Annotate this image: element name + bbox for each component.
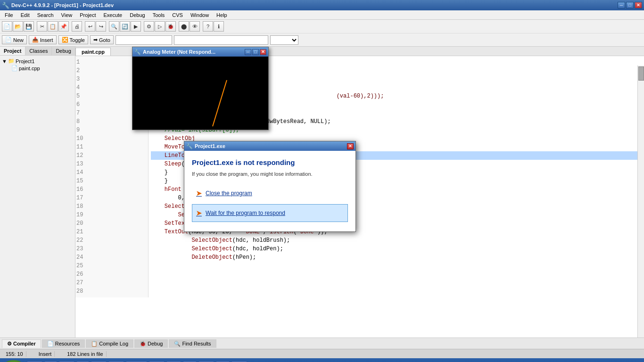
analog-window-icon: 🔧 (134, 49, 141, 55)
dialog-close-button[interactable]: ✕ (347, 143, 354, 149)
menu-search[interactable]: Search (33, 11, 58, 19)
menu-project[interactable]: Project (76, 11, 99, 19)
goto-icon: ➡ (93, 37, 98, 43)
tb-debug-btn[interactable]: 🐞 (165, 21, 176, 32)
file-icon: 📄 (11, 65, 18, 71)
resources-label: Resources (55, 341, 80, 346)
menu-file[interactable]: File (1, 11, 17, 19)
tb-copy[interactable]: 📋 (48, 21, 58, 32)
class-combo[interactable] (116, 35, 172, 45)
menu-debug[interactable]: Debug (126, 11, 149, 19)
bottom-tab-resources[interactable]: 📄 Resources (42, 339, 85, 348)
tree-file-paint[interactable]: 📄 paint.cpp (11, 65, 73, 72)
close-arrow-icon: ➤ (196, 189, 202, 197)
editor-tab-paint[interactable]: paint.cpp (75, 48, 111, 56)
find-results-icon: 🔍 (174, 341, 181, 347)
member-combo[interactable] (174, 35, 268, 45)
tb-new-file[interactable]: 📄 (2, 21, 12, 32)
panel-tabs: Project Classes Debug (0, 47, 75, 56)
menu-execute[interactable]: Execute (99, 11, 126, 19)
minimize-button[interactable]: ─ (618, 2, 625, 8)
svg-line-0 (213, 80, 227, 126)
status-bar: 155: 10 Insert 182 Lines in file (0, 349, 644, 358)
code-line: DeleteObject(hPen); (151, 253, 642, 262)
tree-root[interactable]: ▼ 📁 Project1 (2, 58, 73, 65)
expand-icon: ▼ (2, 58, 7, 64)
menu-tools[interactable]: Tools (149, 11, 169, 19)
tab-classes[interactable]: Classes (25, 47, 52, 55)
scope-dropdown[interactable] (270, 35, 298, 45)
close-program-option[interactable]: ➤ Close the program (192, 184, 348, 202)
close-button[interactable]: ✕ (635, 2, 642, 8)
dialog-subtitle: If you close the program, you might lose… (192, 171, 348, 177)
tb-watch[interactable]: 👁 (190, 21, 200, 32)
meter-display (132, 57, 268, 130)
tb-help2[interactable]: ? (203, 21, 213, 32)
tb-compile[interactable]: ⚙ (144, 21, 154, 32)
analog-titlebar: 🔧 Analog Meter (Not Respond... ─ □ ✕ (132, 47, 268, 57)
menu-help[interactable]: Help (213, 11, 231, 19)
toolbar-row1: 📄 📂 💾 ✂ 📋 📌 🖨 ↩ ↪ 🔍 🔄 ▶ ⚙ ▷ 🐞 ⬤ 👁 ? ℹ (0, 20, 644, 33)
analog-meter-window: 🔧 Analog Meter (Not Respond... ─ □ ✕ (132, 47, 269, 130)
tb-cut[interactable]: ✂ (37, 21, 47, 32)
vertical-scrollbar[interactable] (637, 66, 644, 337)
bottom-tab-find-results[interactable]: 🔍 Find Results (169, 339, 216, 348)
tb-replace[interactable]: 🔄 (120, 21, 130, 32)
analog-maximize[interactable]: □ (252, 49, 259, 55)
title-bar-text: 🔧 Dev-C++ 4.9.9.2 - [Project1] - Project… (2, 2, 114, 9)
dialog-heading: Project1.exe is not responding (192, 158, 348, 166)
taskbar: ⊞ 🌐 ▶ 📁 ▶ 🔵 🔢 DEV ☕ ⬛ W 🦊 ▦ 🎨 📶 🔊 (0, 358, 644, 362)
tb-breakpoint[interactable]: ⬤ (179, 21, 189, 32)
folder-icon: 📁 (8, 58, 15, 64)
menu-window[interactable]: Window (187, 11, 213, 19)
debug-tab-label: Debug (148, 341, 163, 346)
compile-log-label: Compile Log (99, 341, 128, 346)
maximize-button[interactable]: □ (626, 2, 634, 8)
goto-button[interactable]: ➡ Goto (90, 35, 114, 44)
start-button[interactable]: ⊞ (2, 360, 25, 362)
dialog-icon: 🔧 (186, 143, 193, 149)
tb-info[interactable]: ℹ (214, 21, 224, 32)
tb-paste[interactable]: 📌 (58, 21, 69, 32)
resources-icon: 📄 (47, 341, 54, 347)
dialog-title-text: Project1.exe (195, 143, 225, 149)
tb-run[interactable]: ▷ (155, 21, 165, 32)
dialog-body: Project1.exe is not responding If you cl… (184, 151, 355, 231)
analog-window-title: Analog Meter (Not Respond... (143, 49, 215, 55)
tb-redo[interactable]: ↪ (96, 21, 106, 32)
tab-project[interactable]: Project (0, 47, 25, 55)
menu-view[interactable]: View (58, 11, 76, 19)
bottom-tab-debug[interactable]: 🐞 Debug (134, 339, 168, 348)
project-root-label: Project1 (16, 58, 34, 64)
tb-save[interactable]: 💾 (24, 21, 34, 32)
file-label: paint.cpp (19, 66, 40, 71)
analog-minimize[interactable]: ─ (245, 49, 251, 55)
analog-close[interactable]: ✕ (260, 49, 266, 55)
bottom-tab-compiler[interactable]: ⚙ Compiler (2, 339, 41, 348)
toggle-button[interactable]: 🔀 Toggle (58, 35, 88, 44)
tb-open[interactable]: 📂 (13, 21, 23, 32)
debug-tab-icon: 🐞 (140, 341, 146, 347)
wait-program-option[interactable]: ➤ Wait for the program to respond (192, 204, 348, 222)
compiler-icon: ⚙ (7, 341, 12, 347)
tb-print[interactable]: 🖨 (72, 21, 82, 32)
bottom-tab-compile-log[interactable]: 📋 Compile Log (86, 339, 133, 348)
new-button[interactable]: 📄 New (2, 35, 27, 44)
app-icon: 🔧 (2, 2, 9, 9)
toggle-icon: 🔀 (62, 37, 68, 43)
tb-undo[interactable]: ↩ (85, 21, 95, 32)
app-title: Dev-C++ 4.9.9.2 - [Project1] - Project1.… (11, 2, 114, 8)
tab-debug-panel[interactable]: Debug (52, 47, 75, 55)
menu-bar: File Edit Search View Project Execute De… (0, 10, 644, 20)
bottom-tabs: ⚙ Compiler 📄 Resources 📋 Compile Log 🐞 D… (0, 337, 644, 349)
toolbar-container: 📄 📂 💾 ✂ 📋 📌 🖨 ↩ ↪ 🔍 🔄 ▶ ⚙ ▷ 🐞 ⬤ 👁 ? ℹ 📄 … (0, 20, 644, 47)
code-line: SelectObject(hdc, holdBrush); (151, 236, 642, 245)
menu-cvs[interactable]: CVS (168, 11, 187, 19)
tb-next[interactable]: ▶ (131, 21, 141, 32)
analog-canvas (132, 57, 268, 130)
insert-icon: 📥 (32, 37, 39, 43)
insert-button[interactable]: 📥 Insert (29, 35, 57, 44)
tb-search[interactable]: 🔍 (109, 21, 119, 32)
menu-edit[interactable]: Edit (17, 11, 33, 19)
project-tree: ▼ 📁 Project1 📄 paint.cpp (0, 56, 75, 337)
